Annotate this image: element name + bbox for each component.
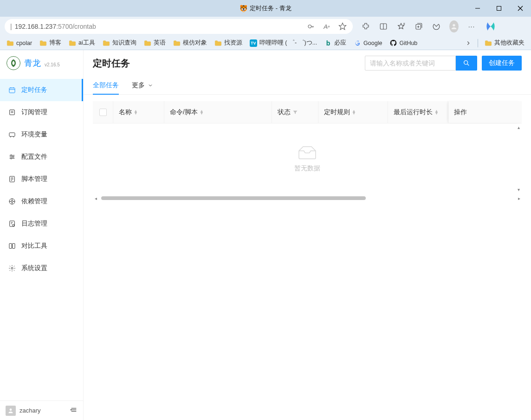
password-icon[interactable]: [306, 22, 316, 31]
bookmark-item[interactable]: 博客: [38, 38, 63, 48]
bing-icon: b: [324, 39, 332, 47]
bookmark-item[interactable]: 知识查询: [101, 38, 138, 48]
maximize-button[interactable]: [488, 0, 510, 17]
th-status[interactable]: 状态: [272, 101, 318, 123]
svg-point-48: [10, 408, 12, 411]
sidebar-username: zachary: [19, 407, 41, 414]
bookmarks-other-label: 其他收藏夹: [494, 39, 525, 47]
bookmarks-divider: [478, 39, 478, 47]
page-title: 定时任务: [93, 57, 130, 70]
svg-point-42: [13, 224, 14, 226]
svg-rect-45: [9, 244, 12, 249]
bookmark-item[interactable]: ai工具: [67, 38, 97, 48]
performance-icon[interactable]: [432, 22, 441, 31]
create-task-button[interactable]: 创建任务: [482, 56, 522, 71]
copilot-icon[interactable]: [485, 20, 497, 32]
sidebar-item-label: 日志管理: [21, 220, 47, 228]
addressbar-path: :5700/crontab: [56, 23, 96, 30]
th-command[interactable]: 命令/脚本▲▼: [164, 101, 272, 123]
th-cron[interactable]: 定时规则▲▼: [318, 101, 388, 123]
empty-text: 暂无数据: [294, 164, 320, 173]
sidebar-item-script[interactable]: 脚本管理: [0, 168, 83, 190]
folder-icon: [485, 40, 492, 46]
collections-icon[interactable]: [414, 22, 423, 31]
bookmark-item[interactable]: 模仿对象: [171, 38, 209, 48]
bookmark-label: 模仿对象: [183, 39, 207, 47]
sort-icon: ▲▼: [434, 110, 439, 115]
content: 定时任务 创建任务 全部任务 更多 名称▲▼ 命令/脚本▲▼ 状态 定时规则▲▼…: [84, 50, 531, 420]
svg-rect-19: [10, 110, 15, 115]
close-button[interactable]: [510, 0, 531, 17]
bookmark-label: GitHub: [399, 40, 417, 46]
minimize-button[interactable]: [467, 0, 488, 17]
table-header-row: 名称▲▼ 命令/脚本▲▼ 状态 定时规则▲▼ 最后运行时长▲▼ 操作: [93, 101, 522, 123]
th-name[interactable]: 名称▲▼: [113, 101, 164, 123]
github-icon: [390, 39, 397, 46]
sidebar-item-label: 依赖管理: [21, 197, 47, 206]
read-aloud-icon[interactable]: A»: [322, 22, 331, 31]
table-wrapper: 名称▲▼ 命令/脚本▲▼ 状态 定时规则▲▼ 最后运行时长▲▼ 操作 暂无数据 …: [84, 95, 531, 201]
sidebar-item-subscribe[interactable]: 订阅管理: [0, 101, 83, 123]
horizontal-scrollbar[interactable]: ◂ ▸: [93, 195, 522, 201]
sidebar-item-diff[interactable]: 对比工具: [0, 235, 83, 257]
svg-rect-15: [9, 88, 15, 93]
app-container: 青龙 v2.16.5 定时任务订阅管理环境变量配置文件脚本管理依赖管理日志管理对…: [0, 50, 531, 420]
sidebar-item-settings[interactable]: 系统设置: [0, 257, 83, 279]
bookmark-label: cpolar: [16, 40, 32, 46]
addressbar[interactable]: | 192.168.1.237:5700/crontab A»: [5, 19, 353, 34]
sidebar-item-label: 系统设置: [21, 264, 47, 272]
bookmark-item[interactable]: Google: [352, 38, 384, 48]
scrollbar-thumb[interactable]: [101, 196, 366, 200]
bookmark-item[interactable]: 英语: [142, 38, 168, 48]
bookmark-item[interactable]: cpolar: [5, 38, 34, 48]
bookmark-item[interactable]: 找资源: [213, 38, 244, 48]
addressbar-host: 192.168.1.237: [15, 23, 57, 30]
vertical-scrollbar[interactable]: ▴ ▾: [516, 123, 521, 193]
sidebar-footer: zachary: [0, 401, 83, 420]
folder-icon: [103, 40, 110, 46]
sidebar-item-config[interactable]: 配置文件: [0, 146, 83, 168]
svg-line-53: [467, 64, 469, 65]
bookmark-item[interactable]: b必应: [323, 38, 348, 48]
tab-all-tasks[interactable]: 全部任务: [93, 76, 119, 94]
chevron-down-icon: [148, 83, 153, 88]
bookmark-item[interactable]: TV哔哩哔哩 ( ゜- ゜)つ...: [248, 38, 319, 48]
th-cron-label: 定时规则: [324, 108, 350, 116]
bookmarks-overflow-icon[interactable]: [464, 39, 473, 48]
svg-point-30: [11, 158, 12, 159]
bookmarks-other-folder[interactable]: 其他收藏夹: [483, 38, 526, 48]
bookmark-item[interactable]: GitHub: [388, 38, 419, 48]
sidebar-item-env[interactable]: 环境变量: [0, 123, 83, 146]
sidebar-item-logs[interactable]: 日志管理: [0, 213, 83, 235]
th-checkbox: [93, 101, 113, 123]
sidebar-item-deps[interactable]: 依赖管理: [0, 190, 83, 213]
tab-more[interactable]: 更多: [132, 76, 153, 94]
extension-icon[interactable]: [361, 22, 370, 31]
search-input[interactable]: [365, 56, 456, 71]
th-name-label: 名称: [119, 108, 132, 116]
search-button[interactable]: [456, 56, 477, 71]
bili-icon: TV: [250, 39, 257, 47]
sort-icon: ▲▼: [352, 110, 356, 115]
content-header: 定时任务 创建任务: [84, 50, 531, 76]
th-duration[interactable]: 最后运行时长▲▼: [388, 101, 448, 123]
th-command-label: 命令/脚本: [170, 108, 198, 116]
select-all-checkbox[interactable]: [99, 109, 107, 116]
user-avatar-icon[interactable]: [6, 406, 16, 416]
window-controls: [467, 0, 531, 17]
sidebar-item-clock[interactable]: 定时任务: [0, 79, 83, 101]
svg-rect-46: [13, 244, 15, 249]
favorites-icon[interactable]: [396, 22, 406, 31]
svg-point-52: [464, 61, 468, 65]
sidebar-nav: 定时任务订阅管理环境变量配置文件脚本管理依赖管理日志管理对比工具系统设置: [0, 76, 83, 401]
app-logo-icon: [6, 56, 20, 70]
favorite-star-icon[interactable]: [338, 22, 347, 31]
addressbar-security-icon: |: [10, 23, 12, 30]
split-screen-icon[interactable]: [379, 22, 388, 31]
profile-avatar[interactable]: [449, 22, 459, 31]
config-icon: [8, 153, 16, 161]
more-menu-icon[interactable]: ···: [467, 22, 476, 31]
svg-point-36: [11, 200, 13, 202]
sidebar-collapse-icon[interactable]: [70, 406, 78, 415]
app-logo[interactable]: 青龙 v2.16.5: [0, 50, 83, 76]
